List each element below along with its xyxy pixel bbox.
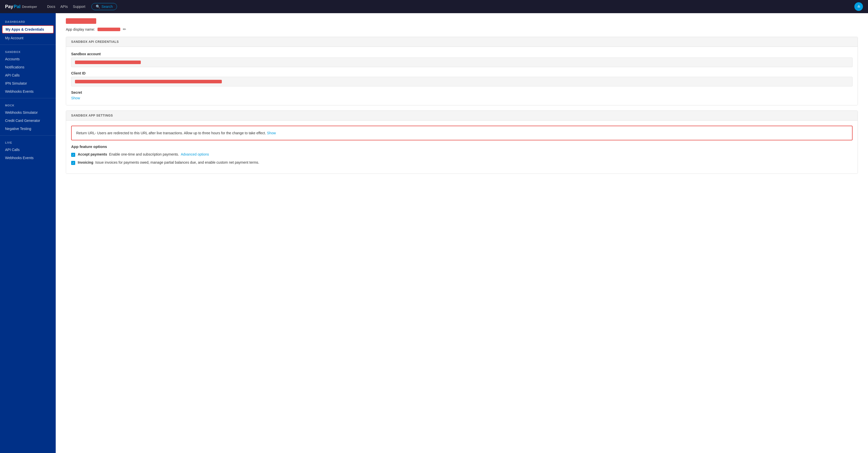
return-url-text: Return URL- Users are redirected to this… [76, 131, 266, 135]
sandbox-app-settings-header: SANDBOX APP SETTINGS [66, 111, 858, 121]
sandbox-app-settings-card: SANDBOX APP SETTINGS Return URL- Users a… [66, 111, 858, 174]
accept-payments-text: Accept payments Enable one-time and subs… [78, 152, 209, 156]
main-layout: DASHBOARD My Apps & Credentials My Accou… [0, 13, 868, 453]
sandbox-account-redacted [75, 61, 141, 64]
sidebar-item-negative-testing[interactable]: Negative Testing [0, 125, 56, 133]
advanced-options-link[interactable]: Advanced options [181, 152, 209, 156]
sidebar-item-credit-card-generator[interactable]: Credit Card Generator [0, 117, 56, 125]
search-button[interactable]: 🔍 Search [91, 3, 117, 10]
sidebar-section-live: LIVE [0, 138, 56, 146]
accept-payments-desc: Enable one-time and subscription payment… [108, 152, 180, 156]
show-secret-link[interactable]: Show [71, 96, 80, 100]
client-id-value [71, 77, 852, 86]
app-display-name-redacted [97, 28, 120, 31]
client-id-redacted [75, 80, 222, 83]
sidebar-divider-3 [0, 135, 56, 135]
sidebar: DASHBOARD My Apps & Credentials My Accou… [0, 13, 56, 453]
main-content: App display name: ✏ SANDBOX API CREDENTI… [56, 13, 868, 453]
sandbox-api-credentials-header: SANDBOX API CREDENTIALS [66, 37, 858, 47]
logo-pal: Pal [14, 4, 21, 9]
sidebar-item-notifications[interactable]: Notifications [0, 63, 56, 71]
return-url-show-link[interactable]: Show [267, 131, 276, 135]
sidebar-item-webhooks-events[interactable]: Webhooks Events [0, 87, 56, 95]
app-title-redacted [66, 18, 96, 24]
sidebar-item-webhooks-simulator[interactable]: Webhooks Simulator [0, 109, 56, 117]
app-title-area [66, 18, 858, 24]
nav-links: Docs APIs Support [47, 5, 85, 9]
secret-label: Secret [71, 90, 852, 94]
search-icon: 🔍 [96, 5, 100, 9]
sandbox-app-settings-body: Return URL- Users are redirected to this… [66, 121, 858, 174]
invoicing-checkbox[interactable]: ✓ [71, 161, 75, 165]
nav-apis[interactable]: APIs [60, 5, 68, 9]
app-feature-options-title: App feature options [71, 144, 852, 149]
return-url-box: Return URL- Users are redirected to this… [71, 126, 852, 140]
client-id-label: Client ID [71, 71, 852, 75]
search-label: Search [101, 5, 113, 9]
edit-icon[interactable]: ✏ [123, 27, 126, 32]
sidebar-divider-2 [0, 98, 56, 98]
paypal-logo: Pay Pal [5, 4, 21, 9]
invoicing-text: Invoicing Issue invoices for payments ow… [78, 160, 259, 164]
sidebar-item-accounts[interactable]: Accounts [0, 55, 56, 63]
sidebar-item-api-calls[interactable]: API Calls [0, 71, 56, 79]
sidebar-item-my-apps[interactable]: My Apps & Credentials [2, 25, 54, 33]
sidebar-item-live-webhooks-events[interactable]: Webhooks Events [0, 154, 56, 162]
avatar-icon: ≗ [857, 4, 860, 9]
sidebar-section-dashboard: DASHBOARD [0, 17, 56, 25]
accept-payments-checkbox[interactable]: ✓ [71, 153, 75, 157]
sandbox-account-value [71, 58, 852, 67]
logo-pay: Pay [5, 4, 13, 9]
feature-accept-payments: ✓ Accept payments Enable one-time and su… [71, 152, 852, 157]
sidebar-section-sandbox: SANDBOX [0, 48, 56, 55]
invoicing-desc: Issue invoices for payments owed, manage… [94, 160, 259, 164]
sandbox-api-credentials-body: Sandbox account Client ID Secret Show [66, 47, 858, 105]
logo-area: Pay Pal Developer [5, 4, 37, 9]
user-avatar[interactable]: ≗ [854, 2, 863, 11]
invoicing-label: Invoicing [78, 160, 93, 164]
nav-support[interactable]: Support [73, 5, 85, 9]
sandbox-account-label: Sandbox account [71, 52, 852, 56]
top-navigation: Pay Pal Developer Docs APIs Support 🔍 Se… [0, 0, 868, 13]
logo-developer: Developer [22, 5, 37, 9]
feature-invoicing: ✓ Invoicing Issue invoices for payments … [71, 160, 852, 165]
sidebar-divider-1 [0, 44, 56, 45]
app-display-name-row: App display name: ✏ [66, 27, 858, 32]
app-display-name-label: App display name: [66, 27, 95, 31]
sidebar-item-ipn-simulator[interactable]: IPN Simulator [0, 79, 56, 87]
sidebar-item-live-api-calls[interactable]: API Calls [0, 146, 56, 154]
nav-docs[interactable]: Docs [47, 5, 55, 9]
sidebar-section-mock: MOCK [0, 101, 56, 109]
sidebar-item-my-account[interactable]: My Account [0, 34, 56, 42]
accept-payments-label: Accept payments [78, 152, 107, 156]
sandbox-api-credentials-card: SANDBOX API CREDENTIALS Sandbox account … [66, 37, 858, 105]
